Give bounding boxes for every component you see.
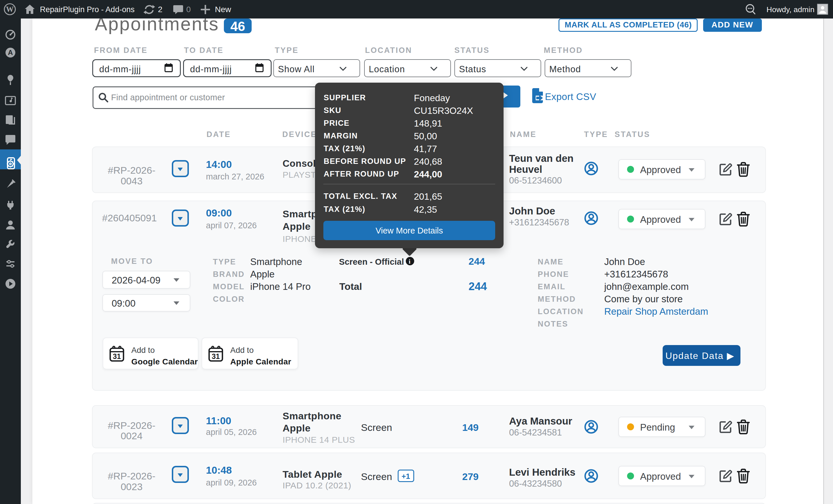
svg-text:W: W — [6, 5, 14, 14]
svg-text:A: A — [8, 49, 13, 56]
svg-text:31: 31 — [212, 352, 220, 360]
svg-text:31: 31 — [113, 352, 121, 360]
